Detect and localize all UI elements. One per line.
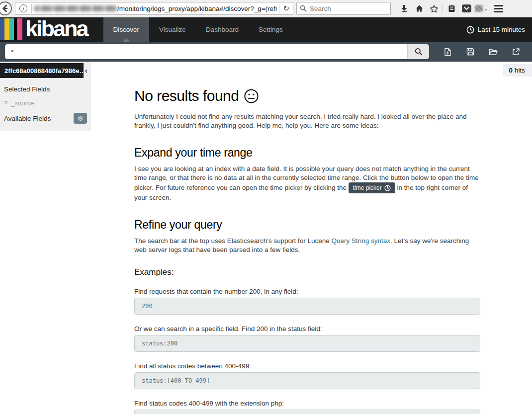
examples-heading: Examples: (134, 267, 480, 277)
search-placeholder: Search (310, 5, 331, 12)
hits-label: hits (515, 67, 525, 74)
collapse-sidebar-icon[interactable]: ‹ (84, 67, 89, 75)
available-fields-row: Available Fields ⚙ (4, 113, 87, 124)
url-text: /monitoring/logs_proxy/app/kibana#/disco… (117, 5, 277, 12)
back-arrow-icon (1, 4, 9, 12)
back-button[interactable] (0, 1, 12, 15)
nav-tab-settings[interactable]: Settings (249, 17, 293, 42)
example-code: status:[400 TO 499] (134, 372, 480, 389)
site-info-icon[interactable]: i (19, 4, 27, 12)
save-floppy-icon (466, 48, 474, 56)
chevron-down-icon: ⌄ (484, 6, 488, 11)
timepicker-button[interactable]: Last 15 minutes (459, 17, 532, 42)
query-string-syntax-link[interactable]: Query String syntax (332, 237, 391, 245)
kibana-logo[interactable]: kibana (0, 17, 94, 42)
nav-tab-discover[interactable]: Discover (103, 17, 150, 42)
index-pattern-name: 2ffc68a00868480fa7986e… (4, 67, 84, 75)
field-type-icon: ? (4, 99, 7, 107)
redacted-url-prefix (34, 5, 117, 11)
fields-panel: 2ffc68a00868480fa7986e… ‹ Selected Field… (0, 62, 91, 131)
nav-tab-label: Settings (259, 26, 283, 33)
hamburger-icon (494, 5, 503, 12)
menu-button[interactable] (491, 1, 506, 16)
downloads-button[interactable] (397, 1, 412, 16)
toolbar-separator (443, 4, 443, 13)
field-item-source[interactable]: ? _source (4, 99, 91, 107)
example-label: Find all status codes between 400-499: (134, 362, 480, 370)
logo-stripes (0, 18, 22, 40)
kibana-nav: Discover Visualize Dashboard Settings (103, 17, 293, 42)
home-button[interactable] (412, 1, 427, 16)
main-content: No results found Unfortunately I could n… (91, 62, 532, 414)
refine-query-heading: Refine your query (134, 218, 480, 232)
clock-icon (384, 185, 391, 191)
logo-text: kibana (25, 18, 88, 40)
time-picker-button[interactable]: time picker (349, 182, 395, 193)
query-search-button[interactable] (407, 44, 429, 59)
browser-search-box[interactable]: Search (296, 2, 391, 15)
neutral-face-icon (244, 88, 259, 104)
nav-tab-label: Visualize (159, 26, 186, 33)
available-fields-heading: Available Fields (4, 115, 51, 122)
code-text: status:200 (142, 340, 177, 347)
active-tab-arrow-icon (123, 38, 130, 42)
gear-icon: ⚙ (78, 115, 84, 122)
sidebar: 2ffc68a00868480fa7986e… ‹ Selected Field… (0, 62, 91, 414)
example-code: status:200 (134, 335, 480, 352)
code-text: 200 (142, 303, 153, 310)
browser-toolbar: i /monitoring/logs_proxy/app/kibana#/dis… (0, 0, 532, 17)
new-search-button[interactable] (436, 44, 459, 59)
time-picker-label: time picker (353, 184, 382, 191)
nav-tab-dashboard[interactable]: Dashboard (196, 17, 249, 42)
query-group (5, 44, 429, 59)
query-actions (436, 44, 528, 59)
example-code: 200 (134, 298, 480, 315)
field-settings-button[interactable]: ⚙ (74, 113, 87, 124)
open-search-button[interactable] (482, 44, 505, 59)
share-button[interactable] (505, 44, 528, 59)
pocket-icon (462, 4, 471, 12)
example-label: Find requests that contain the number 20… (134, 288, 480, 295)
url-bar[interactable]: i /monitoring/logs_proxy/app/kibana#/dis… (15, 2, 293, 15)
expand-time-range-heading: Expand your time range (134, 146, 480, 160)
extension-button[interactable]: ⌄ (474, 1, 489, 16)
reload-icon[interactable]: ↻ (281, 4, 291, 13)
toolbar-separator (490, 4, 490, 13)
open-folder-icon (489, 48, 498, 56)
download-icon (400, 4, 408, 12)
toolbar-icons: ⌄ (397, 1, 506, 16)
example-label: Find status codes 400-499 with the exten… (134, 400, 480, 407)
share-external-icon (512, 48, 520, 56)
index-pattern-row: 2ffc68a00868480fa7986e… ‹ (0, 63, 91, 78)
extension-icon (475, 5, 483, 12)
home-icon (415, 4, 424, 12)
new-document-icon (444, 48, 451, 56)
field-name: _source (11, 99, 34, 107)
search-icon (415, 48, 423, 56)
kibana-header: kibana Discover Visualize Dashboard Sett… (0, 17, 532, 42)
pocket-button[interactable] (459, 1, 474, 16)
timepicker-label: Last 15 minutes (478, 26, 525, 33)
intro-text: Unfortunately I could not find any resul… (134, 112, 472, 130)
index-pattern-selector[interactable]: 2ffc68a00868480fa7986e… (0, 63, 84, 78)
no-results-title: No results found (134, 87, 239, 104)
clock-icon (466, 26, 474, 34)
example-code: status:[400 TO 499] AND extension:PHP (134, 410, 480, 414)
refine-text-before: The search bar at the top uses Elasticse… (134, 237, 330, 245)
bookmark-star-button[interactable] (427, 1, 442, 16)
page-body: 0hits 2ffc68a00868480fa7986e… ‹ Selected… (0, 62, 532, 414)
query-input[interactable] (5, 44, 407, 59)
nav-tab-label: Dashboard (206, 26, 239, 33)
expand-time-range-text: I see you are looking at an index with a… (134, 165, 480, 202)
hits-count: 0 (509, 67, 513, 74)
hits-badge: 0hits (503, 64, 532, 77)
example-label: Or we can search in a specific field. Fi… (134, 325, 480, 332)
bookmarks-clipboard-icon (448, 4, 455, 12)
page-title: No results found (134, 87, 480, 104)
selected-fields-heading: Selected Fields (4, 85, 91, 93)
bookmarks-menu-button[interactable] (444, 1, 459, 16)
url-divider (279, 4, 279, 13)
save-search-button[interactable] (459, 44, 482, 59)
nav-tab-visualize[interactable]: Visualize (149, 17, 196, 42)
nav-tab-label: Discover (113, 26, 140, 33)
